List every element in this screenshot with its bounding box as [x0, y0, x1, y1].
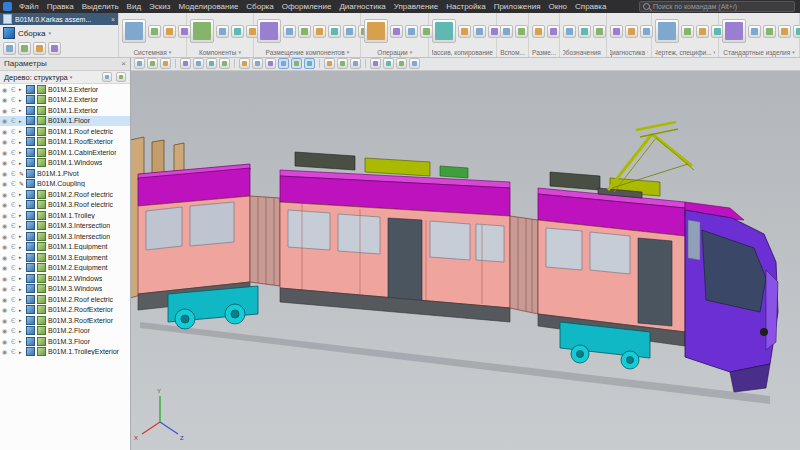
ribbon-icon[interactable] [681, 25, 694, 38]
ribbon-icon[interactable] [148, 25, 161, 38]
ribbon-icon[interactable] [532, 25, 545, 38]
menu-applications[interactable]: Приложения [490, 2, 545, 11]
visibility-eye-icon[interactable]: ◉ [2, 107, 9, 114]
ribbon-icon[interactable] [328, 25, 341, 38]
menu-drawing[interactable]: Оформление [278, 2, 336, 11]
visibility-eye-icon[interactable]: ◉ [2, 201, 9, 208]
ribbon-icon[interactable] [722, 19, 746, 43]
visibility-eye-icon[interactable]: ◉ [2, 96, 9, 103]
visibility-eye-icon[interactable]: ◉ [2, 128, 9, 135]
tree-item[interactable]: ◉Є▸В01М.3.Roof electric [0, 200, 130, 211]
visibility-eye-icon[interactable]: ◉ [2, 338, 9, 345]
view-tool-icon[interactable] [265, 58, 276, 69]
tree-tool-icon[interactable] [116, 72, 126, 82]
visibility-eye-icon[interactable]: ◉ [2, 117, 9, 124]
ribbon-icon[interactable] [298, 25, 311, 38]
visibility-eye-icon[interactable]: ◉ [2, 275, 9, 282]
expand-arrow-icon[interactable]: ▸ [19, 349, 24, 355]
menu-management[interactable]: Управление [390, 2, 442, 11]
expand-arrow-icon[interactable]: ▸ [19, 317, 24, 323]
expand-arrow-icon[interactable]: ▸ [19, 307, 24, 313]
ribbon-icon[interactable] [163, 25, 176, 38]
ribbon-icon[interactable] [515, 25, 528, 38]
tree-item[interactable]: ◉Є▸В01М.3.Exterior [0, 84, 130, 95]
tree-item[interactable]: ◉Є▸В01М.3.Windows [0, 284, 130, 295]
menu-assembly[interactable]: Сборка [242, 2, 277, 11]
view-tool-icon-active[interactable] [291, 58, 302, 69]
tree-item[interactable]: ◉Є▸В01М.1.Windows [0, 158, 130, 169]
view-tool-icon-active[interactable] [278, 58, 289, 69]
expand-arrow-icon[interactable]: ▸ [19, 149, 24, 155]
expand-arrow-icon[interactable]: ▸ [19, 275, 24, 281]
tree-item[interactable]: ◉Є▸В01М.3.RoofExterior [0, 315, 130, 326]
expand-arrow-icon[interactable]: ▸ [19, 286, 24, 292]
tree-item[interactable]: ◉Є▸В01М.3.Intersection [0, 231, 130, 242]
ribbon-icon[interactable] [3, 42, 16, 55]
ribbon-icon[interactable] [216, 25, 229, 38]
view-tool-icon[interactable] [252, 58, 263, 69]
ribbon-icon[interactable] [190, 19, 214, 43]
view-tool-icon[interactable] [370, 58, 381, 69]
expand-arrow-icon[interactable]: ▸ [19, 254, 24, 260]
command-search-input[interactable]: Поиск по командам (Alt+/) [639, 1, 795, 12]
menu-select[interactable]: Выделить [78, 2, 123, 11]
visibility-eye-icon[interactable]: ◉ [2, 149, 9, 156]
visibility-eye-icon[interactable]: ◉ [2, 296, 9, 303]
tree-item[interactable]: ◉Є▸В01М.1.CabinExterior [0, 147, 130, 158]
ribbon-icon[interactable] [625, 25, 638, 38]
tree-item-selected[interactable]: ◉Є▸В01М.1.Floor [0, 116, 130, 127]
ribbon-icon[interactable] [778, 25, 791, 38]
tree-item[interactable]: ◉Є✎В01М.Coupling [0, 179, 130, 190]
visibility-eye-icon[interactable]: ◉ [2, 254, 9, 261]
ribbon-icon[interactable] [343, 25, 356, 38]
ribbon-icon[interactable] [257, 19, 281, 43]
expand-arrow-icon[interactable]: ▸ [19, 139, 24, 145]
menu-settings[interactable]: Настройка [442, 2, 489, 11]
view-tool-icon[interactable] [219, 58, 230, 69]
orientation-gizmo[interactable]: Y X Z [134, 388, 184, 441]
visibility-eye-icon[interactable]: ◉ [2, 285, 9, 292]
mode-selector[interactable]: Сборка ▾ [0, 25, 118, 41]
view-tool-icon-active[interactable] [304, 58, 315, 69]
ribbon-icon[interactable] [793, 25, 800, 38]
tree-item[interactable]: ◉Є▸В01М.1.TrolleyExterior [0, 347, 130, 358]
ribbon-icon[interactable] [283, 25, 296, 38]
ribbon-icon[interactable] [763, 25, 776, 38]
tree-item[interactable]: ◉Є▸В01М.1.Roof electric [0, 126, 130, 137]
tree-item[interactable]: ◉Є▸В01М.1.Exterior [0, 105, 130, 116]
visibility-eye-icon[interactable]: ◉ [2, 138, 9, 145]
view-tool-icon[interactable] [324, 58, 335, 69]
view-tool-icon[interactable] [239, 58, 250, 69]
tree-item[interactable]: ◉Є▸В01М.3.Equipment [0, 252, 130, 263]
tree-item[interactable]: ◉Є▸В01М.2.Roof electric [0, 189, 130, 200]
view-tool-icon[interactable] [160, 58, 171, 69]
view-tool-icon[interactable] [193, 58, 204, 69]
visibility-eye-icon[interactable]: ◉ [2, 86, 9, 93]
expand-arrow-icon[interactable]: ▸ [19, 265, 24, 271]
expand-arrow-icon[interactable]: ▸ [19, 86, 24, 92]
ribbon-icon[interactable] [122, 19, 146, 43]
visibility-eye-icon[interactable]: ◉ [2, 317, 9, 324]
expand-arrow-icon[interactable]: ▸ [19, 296, 24, 302]
ribbon-icon[interactable] [473, 25, 486, 38]
tree-item[interactable]: ◉Є✎В01М.1.Pivot [0, 168, 130, 179]
ribbon-icon[interactable] [33, 42, 46, 55]
ribbon-icon[interactable] [578, 25, 591, 38]
tree-mode-selector[interactable]: Дерево: структура ▾ [0, 71, 130, 84]
expand-arrow-icon[interactable]: ▸ [19, 212, 24, 218]
menu-view[interactable]: Вид [123, 2, 145, 11]
visibility-eye-icon[interactable]: ◉ [2, 180, 9, 187]
expand-arrow-icon[interactable]: ▸ [19, 338, 24, 344]
expand-arrow-icon[interactable]: ▸ [19, 202, 24, 208]
document-tab[interactable]: В01М.0.Karkas assem... × [0, 13, 118, 25]
tree-item[interactable]: ◉Є▸В01М.2.Exterior [0, 95, 130, 106]
ribbon-icon[interactable] [458, 25, 471, 38]
expand-arrow-icon[interactable]: ▸ [19, 223, 24, 229]
ribbon-icon[interactable] [18, 42, 31, 55]
tree-item[interactable]: ◉Є▸В01М.3.Intersection [0, 221, 130, 232]
ribbon-icon[interactable] [563, 25, 576, 38]
visibility-eye-icon[interactable]: ◉ [2, 243, 9, 250]
tree-item[interactable]: ◉Є▸В01М.2.RoofExterior [0, 305, 130, 316]
tree-item[interactable]: ◉Є▸В01М.1.RoofExterior [0, 137, 130, 148]
ribbon-icon[interactable] [231, 25, 244, 38]
